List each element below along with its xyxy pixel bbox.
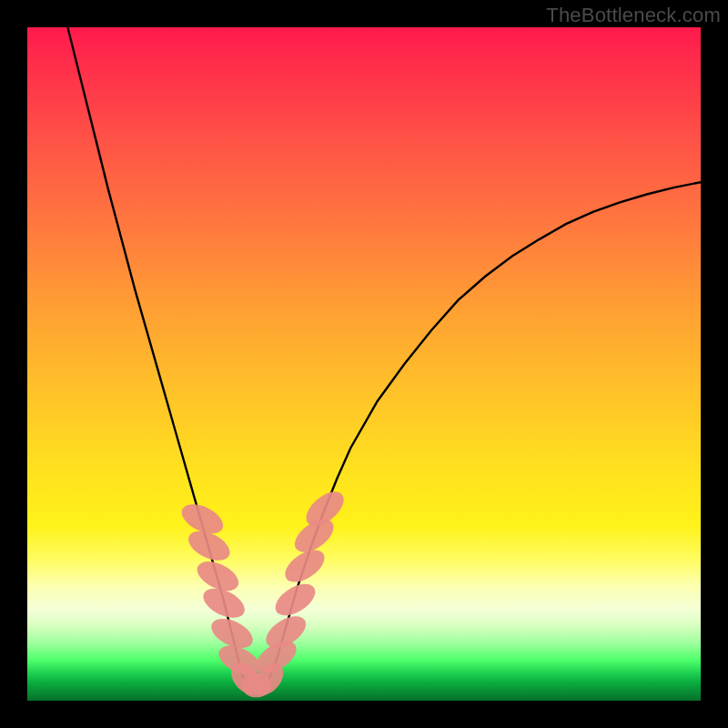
curve-marker (270, 578, 321, 622)
watermark-text: TheBottleneck.com (546, 4, 721, 27)
marker-layer (177, 485, 350, 701)
chart-svg (27, 27, 701, 701)
outer-frame: TheBottleneck.com (0, 0, 728, 728)
bottleneck-curve (67, 27, 701, 685)
